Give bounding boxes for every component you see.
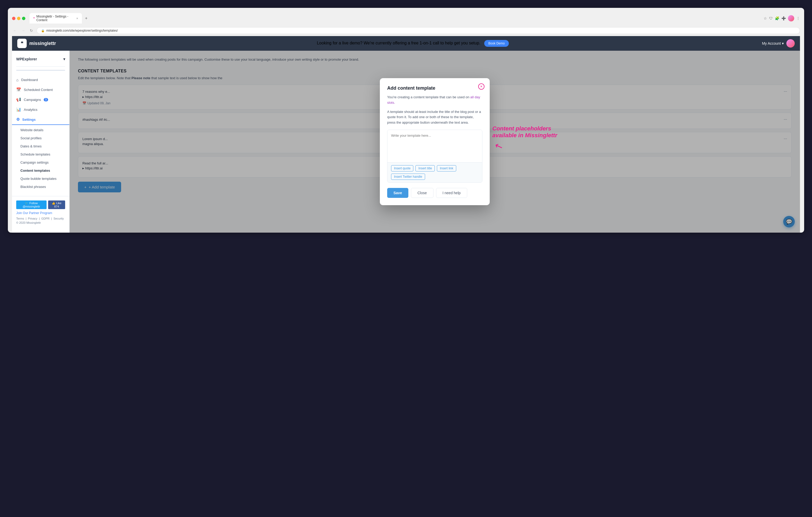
modal-description: You're creating a content template that … [387, 95, 483, 105]
sidebar-item-label: Analytics [24, 108, 37, 112]
annotation-text: Content placeholders available in Missin… [492, 125, 560, 139]
tab-title: Missinglettr - Settings - Content [36, 14, 74, 22]
close-button[interactable]: Close [411, 188, 433, 198]
annotation: Content placeholders available in Missin… [492, 125, 560, 152]
maximize-window-button[interactable] [22, 17, 25, 20]
sidebar: WPExplorer ▾ ⌂ Dashboard 📅 Scheduled Con… [12, 51, 69, 233]
modal-close-button[interactable]: ✕ [478, 83, 485, 90]
social-buttons: 🐦 Follow @missinglettr 👍 Like 874 [16, 201, 65, 209]
tab-favicon: ❝ [33, 17, 35, 20]
menu-icon[interactable]: ⋮ [796, 16, 800, 20]
sidebar-footer: 🐦 Follow @missinglettr 👍 Like 874 Join O… [12, 196, 69, 229]
logo-icon: ❝ [17, 39, 27, 48]
browser-toolbar-icons: ☆ 🛡 🧩 ➕ ⋮ [763, 15, 800, 22]
my-account-label: My Account [762, 41, 781, 45]
gdpr-link[interactable]: GDPR [41, 217, 50, 220]
nav-promo-text: Looking for a live demo? We're currently… [64, 40, 762, 47]
sidebar-sub-item-social-profiles[interactable]: Social profiles [12, 134, 69, 142]
minimize-window-button[interactable] [17, 17, 21, 20]
nav-right: My Account ▾ [762, 39, 795, 48]
sidebar-sub-item-quote-bubble-templates[interactable]: Quote bubble templates [12, 175, 69, 183]
settings-icon: ⚙ [16, 117, 20, 122]
sidebar-item-campaigns[interactable]: 📢 Campaigns 9 [12, 95, 69, 104]
account-icon[interactable]: ➕ [781, 16, 786, 20]
sidebar-divider [16, 66, 65, 67]
chevron-down-icon: ▾ [63, 57, 65, 61]
sidebar-sub-item-campaign-settings[interactable]: Campaign settings [12, 158, 69, 166]
sidebar-progress-bar [16, 70, 65, 71]
tab-close-icon[interactable]: ✕ [76, 17, 78, 20]
i-need-help-button[interactable]: I need help [436, 188, 467, 198]
logo-area: ❝ missinglettr [17, 39, 56, 48]
add-content-template-modal: Add content template ✕ You're creating a… [380, 78, 490, 205]
partner-program-link[interactable]: Join Our Partner Program [16, 211, 65, 215]
extensions-icon[interactable]: 🧩 [775, 16, 779, 20]
security-link[interactable]: Security [53, 217, 64, 220]
campaigns-badge: 9 [44, 98, 49, 101]
sidebar-item-dashboard[interactable]: ⌂ Dashboard [12, 75, 69, 85]
traffic-lights [12, 17, 25, 20]
sidebar-sub-item-schedule-templates[interactable]: Schedule templates [12, 150, 69, 158]
workspace-name: WPExplorer [16, 57, 37, 61]
insert-buttons-row: Insert quote Insert title Insert link In… [387, 162, 482, 182]
modal-info-text: A template should at-least include the t… [387, 109, 483, 125]
sidebar-item-scheduled-content[interactable]: 📅 Scheduled Content [12, 85, 69, 95]
lock-icon: 🔒 [41, 29, 45, 32]
browser-user-avatar[interactable] [788, 15, 794, 22]
privacy-link[interactable]: Privacy [28, 217, 37, 220]
facebook-like-button[interactable]: 👍 Like 874 [48, 201, 65, 209]
bookmark-icon[interactable]: ☆ [763, 16, 767, 20]
save-button[interactable]: Save [387, 188, 408, 198]
calendar-icon: 📅 [16, 87, 21, 92]
sidebar-item-label: Dashboard [21, 78, 38, 82]
sidebar-sub-item-dates-times[interactable]: Dates & times [12, 142, 69, 150]
template-text-area-wrapper: Insert quote Insert title Insert link In… [387, 130, 483, 183]
sidebar-item-settings[interactable]: ⚙ Settings [12, 115, 69, 125]
forward-button[interactable]: → [21, 27, 26, 34]
sidebar-sub-item-website-details[interactable]: Website details [12, 126, 69, 134]
terms-link[interactable]: Terms [16, 217, 24, 220]
workspace-selector[interactable]: WPExplorer ▾ [12, 55, 69, 65]
my-account-button[interactable]: My Account ▾ [762, 41, 784, 45]
modal-actions: Save Close I need help [387, 188, 483, 198]
footer-links: Terms| Privacy| GDPR| Security [16, 217, 65, 220]
address-bar: ← → ↻ 🔒 missinglettr.com/site/wpexplorer… [12, 26, 800, 36]
sidebar-sub-item-blacklist-phrases[interactable]: Blacklist phrases [12, 183, 69, 191]
sidebar-item-label: Scheduled Content [24, 88, 53, 92]
twitter-follow-button[interactable]: 🐦 Follow @missinglettr [16, 201, 47, 209]
close-icon: ✕ [480, 85, 483, 88]
home-icon: ⌂ [16, 78, 19, 82]
url-text: missinglettr.com/site/wpexplorer/setting… [46, 29, 118, 32]
copyright-text: © 2020 Missinglettr [16, 221, 65, 224]
annotation-arrow-icon: ↙ [493, 140, 504, 153]
sidebar-item-analytics[interactable]: 📊 Analytics [12, 104, 69, 115]
close-window-button[interactable] [12, 17, 16, 20]
back-button[interactable]: ← [12, 27, 18, 34]
sidebar-item-label: Campaigns [24, 98, 41, 102]
logo-text: missinglettr [29, 41, 56, 46]
sidebar-sub-section: Website details Social profiles Dates & … [12, 125, 69, 192]
modal-overlay: Add content template ✕ You're creating a… [69, 51, 800, 233]
tab-bar: ❝ Missinglettr - Settings - Content ✕ + [30, 13, 761, 24]
sidebar-item-label: Settings [22, 118, 36, 122]
book-demo-button[interactable]: Book Demo [484, 40, 509, 47]
top-navigation: ❝ missinglettr Looking for a live demo? … [12, 36, 800, 51]
modal-title: Add content template [387, 86, 483, 91]
template-textarea[interactable] [387, 130, 482, 161]
insert-title-button[interactable]: Insert title [415, 165, 435, 172]
modal-desc-text: You're creating a content template that … [387, 95, 470, 99]
active-tab[interactable]: ❝ Missinglettr - Settings - Content ✕ [30, 13, 82, 24]
megaphone-icon: 📢 [16, 97, 21, 102]
insert-link-button[interactable]: Insert link [437, 165, 456, 172]
new-tab-button[interactable]: + [83, 16, 89, 21]
sidebar-sub-item-content-templates[interactable]: Content templates [12, 166, 69, 175]
analytics-icon: 📊 [16, 107, 21, 112]
chevron-down-icon: ▾ [782, 41, 784, 45]
shield-icon: 🛡 [769, 16, 773, 20]
insert-twitter-handle-button[interactable]: Insert Twitter handle [391, 174, 425, 180]
promo-text: Looking for a live demo? We're currently… [317, 41, 480, 45]
user-avatar[interactable] [786, 39, 795, 48]
url-bar[interactable]: 🔒 missinglettr.com/site/wpexplorer/setti… [37, 27, 800, 34]
insert-quote-button[interactable]: Insert quote [391, 165, 413, 172]
reload-button[interactable]: ↻ [29, 27, 34, 34]
